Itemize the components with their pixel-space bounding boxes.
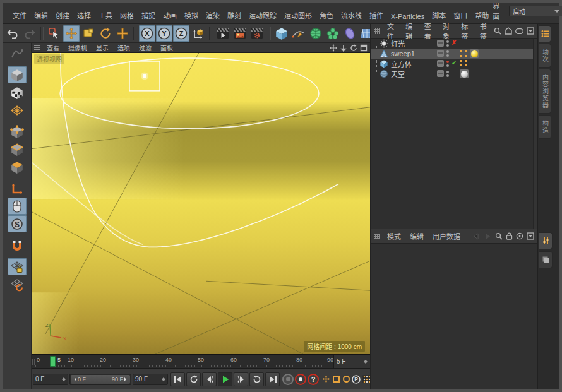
- scale-key-button[interactable]: [332, 375, 340, 384]
- layer-chip[interactable]: [437, 60, 444, 67]
- search-icon[interactable]: [494, 27, 501, 35]
- visibility-dots[interactable]: [446, 50, 449, 57]
- object-name[interactable]: 立方体: [391, 59, 412, 69]
- object-row-sky[interactable]: 天空: [371, 69, 537, 79]
- texture-mode-button[interactable]: [8, 84, 27, 101]
- tab-structure[interactable]: 构造: [539, 115, 551, 139]
- rotation-key-button[interactable]: [342, 375, 350, 384]
- om-scrollbar[interactable]: [533, 39, 537, 229]
- material-tag-icon[interactable]: [470, 49, 479, 58]
- workplane-mode-button[interactable]: [8, 102, 27, 119]
- freehand-spline-tool[interactable]: [8, 45, 27, 62]
- record-button[interactable]: [282, 374, 294, 385]
- history-forward-icon[interactable]: [484, 233, 492, 240]
- vp-menu-panel[interactable]: 面板: [156, 42, 177, 53]
- rotate-view-icon[interactable]: [350, 44, 357, 52]
- object-name[interactable]: 灯光: [391, 39, 405, 49]
- end-frame-stepper[interactable]: [162, 376, 165, 383]
- live-selection-tool[interactable]: [46, 25, 63, 42]
- menu-mograph[interactable]: 运动图形: [280, 9, 316, 21]
- preview-range-slider[interactable]: 0 F 90 F: [69, 374, 131, 385]
- 3d-viewport[interactable]: Z X 透视视图 网格间距 : 1000 cm: [32, 53, 370, 355]
- add-subdivision-surface-button[interactable]: [308, 25, 324, 42]
- home-icon[interactable]: [505, 27, 512, 35]
- tab-takes[interactable]: 场次: [539, 44, 551, 68]
- history-back-icon[interactable]: [472, 233, 481, 240]
- menu-edit[interactable]: 编辑: [30, 9, 52, 21]
- tab-object-manager[interactable]: [539, 25, 551, 42]
- add-deformer-button[interactable]: [342, 25, 358, 42]
- menu-render[interactable]: 渲染: [202, 9, 224, 21]
- panel-menu-icon[interactable]: [527, 27, 534, 35]
- object-row-cube[interactable]: 立方体 ✓: [371, 59, 537, 69]
- view-label[interactable]: 透视视图: [34, 54, 64, 64]
- range-left-arrow-icon[interactable]: [73, 377, 76, 381]
- lock-icon[interactable]: [506, 232, 513, 240]
- visibility-dots[interactable]: [446, 71, 449, 77]
- zoom-view-icon[interactable]: [340, 44, 347, 52]
- object-name[interactable]: 天空: [391, 69, 405, 79]
- menu-snap[interactable]: 捕捉: [138, 9, 159, 21]
- play-button[interactable]: [218, 372, 232, 386]
- ruler-grip-icon[interactable]: [32, 359, 35, 365]
- menu-animate[interactable]: 动画: [159, 9, 181, 21]
- filter-icon[interactable]: [515, 28, 523, 34]
- menu-pipeline[interactable]: 流水线: [337, 9, 366, 21]
- menu-mesh[interactable]: 网格: [116, 9, 138, 21]
- rotate-tool[interactable]: [97, 25, 114, 42]
- add-mograph-cloner-button[interactable]: [325, 25, 341, 42]
- vp-menu-filter[interactable]: 过滤: [135, 42, 156, 53]
- move-tool[interactable]: [63, 25, 80, 42]
- render-picture-viewer-button[interactable]: [232, 25, 248, 42]
- tag-icons[interactable]: [460, 59, 468, 68]
- tag-icons[interactable]: [460, 49, 479, 58]
- autokey-help-button[interactable]: ?: [308, 374, 319, 385]
- next-key-button[interactable]: [234, 372, 248, 386]
- vp-menu-options[interactable]: 选项: [113, 42, 135, 53]
- position-key-button[interactable]: [321, 375, 330, 384]
- previous-key-button[interactable]: [202, 372, 217, 386]
- object-row-light[interactable]: 灯光 ✗: [371, 39, 537, 49]
- edges-mode-button[interactable]: [8, 141, 27, 158]
- panel-grip-icon[interactable]: [374, 234, 380, 239]
- enable-axis-button[interactable]: [8, 180, 27, 197]
- goto-start-button[interactable]: [170, 372, 185, 386]
- menu-character[interactable]: 角色: [316, 9, 337, 21]
- workplane-lock-button[interactable]: [8, 258, 27, 275]
- viewport-mouse-mode-button[interactable]: [8, 198, 27, 215]
- menu-file[interactable]: 文件: [9, 9, 30, 21]
- menu-create[interactable]: 创建: [52, 9, 73, 21]
- parameter-key-button[interactable]: P: [352, 375, 361, 384]
- layer-chip[interactable]: [437, 70, 444, 77]
- undo-button[interactable]: [4, 25, 21, 42]
- object-row-sweep1[interactable]: sweep1: [371, 49, 537, 59]
- tab-content-browser[interactable]: 内容浏览器: [539, 69, 551, 114]
- object-name[interactable]: sweep1: [391, 50, 415, 57]
- smoothing-tag-icon[interactable]: [460, 50, 468, 58]
- autokeying-button[interactable]: [295, 374, 306, 385]
- enable-mark[interactable]: ✗: [451, 39, 457, 46]
- snap-magnet-button[interactable]: [8, 237, 27, 254]
- end-frame-field[interactable]: 90 F: [133, 374, 168, 385]
- model-mode-button[interactable]: [8, 66, 27, 83]
- last-used-tool[interactable]: [114, 25, 131, 42]
- menu-simulate[interactable]: 模拟: [181, 9, 202, 21]
- redo-button[interactable]: [21, 25, 38, 42]
- soft-selection-button[interactable]: S: [8, 215, 27, 232]
- menu-select[interactable]: 选择: [73, 9, 95, 21]
- points-mode-button[interactable]: [8, 123, 27, 140]
- panel-grip-icon[interactable]: [374, 28, 380, 34]
- pla-key-button[interactable]: [362, 375, 371, 384]
- search-icon[interactable]: [495, 232, 503, 240]
- lock-x-axis-button[interactable]: X: [139, 25, 155, 42]
- visibility-dots[interactable]: [446, 61, 449, 67]
- am-menu-userdata[interactable]: 用户数据: [428, 230, 465, 242]
- goto-end-button[interactable]: [265, 372, 280, 386]
- lock-z-axis-button[interactable]: Z: [173, 25, 189, 42]
- interface-layout-dropdown[interactable]: 启动: [509, 6, 562, 16]
- play-backwards-button[interactable]: [186, 372, 201, 386]
- current-frame-field[interactable]: 5 F: [334, 355, 370, 368]
- menu-motion-tracker[interactable]: 运动跟踪: [245, 9, 280, 21]
- render-settings-button[interactable]: [249, 25, 265, 42]
- loop-playback-button[interactable]: [249, 372, 264, 386]
